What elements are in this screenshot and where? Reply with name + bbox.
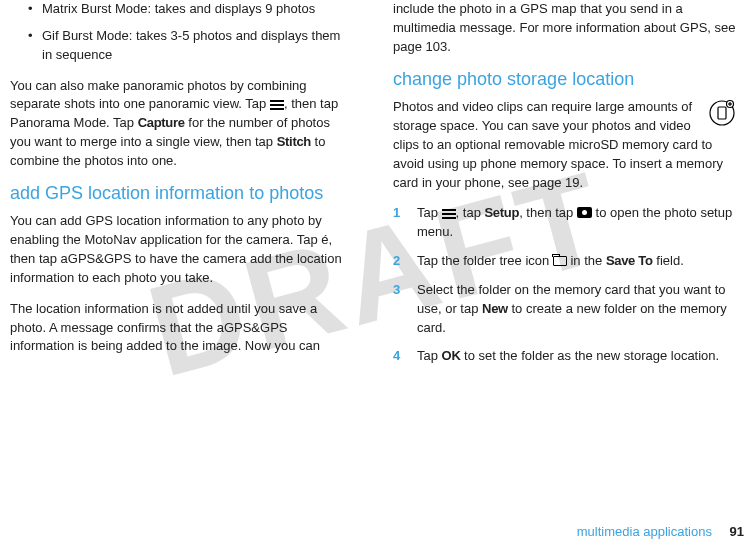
gps-paragraph-1: You can add GPS location information to … (10, 212, 353, 287)
list-item: Gif Burst Mode: takes 3-5 photos and dis… (28, 27, 353, 65)
setup-label: Setup (485, 205, 520, 220)
text: field. (653, 253, 684, 268)
storage-paragraph: Photos and video clips can require large… (393, 98, 736, 192)
sd-card-icon (708, 98, 736, 128)
text: in the (567, 253, 606, 268)
list-item: Matrix Burst Mode: takes and displays 9 … (28, 0, 353, 19)
step-item: 2 Tap the folder tree icon in the Save T… (393, 252, 736, 271)
page-footer: multimedia applications 91 (577, 523, 744, 542)
stitch-label: Stitch (277, 134, 311, 149)
left-column: Matrix Burst Mode: takes and displays 9 … (0, 0, 373, 376)
text: Tap (417, 205, 442, 220)
step-number: 1 (393, 204, 400, 223)
text: to set the folder as the new storage loc… (460, 348, 719, 363)
section-title: multimedia applications (577, 524, 712, 539)
step-number: 4 (393, 347, 400, 366)
text: Tap the folder tree icon (417, 253, 553, 268)
page-number: 91 (730, 524, 744, 539)
step-item: 4 Tap OK to set the folder as the new st… (393, 347, 736, 366)
text: , then tap (519, 205, 577, 220)
text: Photos and video clips can require large… (393, 99, 723, 189)
step-number: 2 (393, 252, 400, 271)
camera-icon (577, 207, 592, 218)
step-item: 1 Tap , tap Setup, then tap to open the … (393, 204, 736, 242)
right-column: include the photo in a GPS map that you … (373, 0, 746, 376)
folder-icon (553, 256, 567, 266)
menu-icon (270, 100, 284, 110)
step-number: 3 (393, 281, 400, 300)
steps-list: 1 Tap , tap Setup, then tap to open the … (393, 204, 736, 366)
svg-rect-1 (718, 107, 726, 119)
text: Tap (417, 348, 442, 363)
ok-label: OK (442, 348, 461, 363)
text: You can also make panoramic photos by co… (10, 78, 307, 112)
gps-paragraph-2: The location information is not added un… (10, 300, 353, 357)
step-item: 3 Select the folder on the memory card t… (393, 281, 736, 338)
panorama-paragraph: You can also make panoramic photos by co… (10, 77, 353, 171)
save-to-label: Save To (606, 253, 653, 268)
capture-label: Capture (138, 115, 185, 130)
page-content: Matrix Burst Mode: takes and displays 9 … (0, 0, 756, 376)
gps-heading: add GPS location information to photos (10, 183, 353, 205)
storage-heading: change photo storage location (393, 69, 736, 91)
text: , tap (456, 205, 485, 220)
bullet-list: Matrix Burst Mode: takes and displays 9 … (28, 0, 353, 65)
continuation-paragraph: include the photo in a GPS map that you … (393, 0, 736, 57)
new-label: New (482, 301, 508, 316)
menu-icon (442, 209, 456, 219)
